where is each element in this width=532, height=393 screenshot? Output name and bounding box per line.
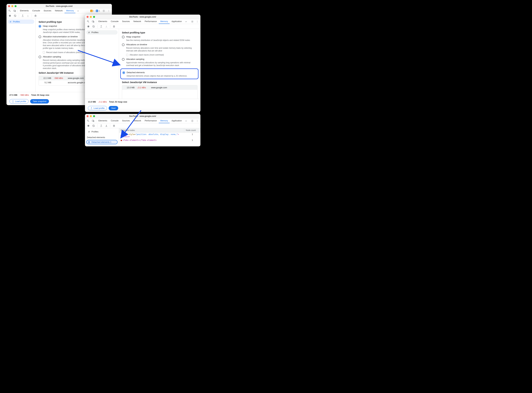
settings-icon[interactable] — [102, 10, 106, 12]
col-header-count[interactable]: Node count — [184, 128, 200, 133]
clear-icon[interactable] — [13, 14, 17, 18]
radio-icon[interactable] — [39, 56, 41, 58]
start-button[interactable]: Start — [109, 106, 118, 110]
tab-sources[interactable]: Sources — [121, 118, 131, 123]
gc-icon[interactable] — [34, 14, 37, 18]
profiles-item[interactable]: Profiles — [86, 30, 118, 34]
option-heap-snapshot[interactable]: Heap snapshot — [122, 35, 198, 38]
option-detached-elements[interactable]: Detached elements — [122, 71, 197, 74]
option-label: Allocation sampling — [43, 55, 61, 58]
tab-memory[interactable]: Memory — [64, 8, 75, 13]
memory-toolbar — [85, 123, 200, 128]
radio-icon[interactable] — [39, 35, 41, 38]
more-tabs-icon[interactable]: » — [76, 10, 80, 12]
info-badge-icon[interactable]: ▮ — [96, 10, 98, 12]
inspect-icon[interactable] — [86, 20, 91, 23]
svg-point-18 — [89, 32, 89, 32]
radio-icon[interactable] — [122, 44, 125, 46]
titlebar: DevTools - www.google.com/ — [85, 114, 200, 118]
take-snapshot-button[interactable]: Take snapshot — [30, 99, 49, 103]
download-icon[interactable] — [105, 124, 108, 128]
tab-application[interactable]: Application — [170, 19, 184, 24]
svg-rect-0 — [9, 10, 10, 11]
checkbox-icon[interactable] — [126, 54, 128, 56]
detached-elements-section: Detached elements — [85, 134, 119, 139]
tab-network[interactable]: Network — [132, 19, 143, 24]
vm-row[interactable]: 13.0 MB ↓3.1 kB/s www.google.com — [122, 85, 197, 90]
total-label: Total JS heap size — [31, 94, 49, 96]
radio-icon[interactable] — [122, 58, 125, 61]
allocation-stack-traces-checkbox[interactable]: Allocation stack traces (more overhead) — [126, 54, 198, 56]
radio-icon[interactable] — [122, 71, 125, 74]
profiling-type-title: Select profiling type — [122, 31, 198, 34]
upload-icon[interactable] — [21, 14, 24, 18]
record-icon[interactable] — [87, 124, 90, 128]
more-menu-icon[interactable]: ⋮ — [106, 10, 111, 12]
load-profile-button[interactable]: Load profile — [10, 99, 29, 103]
record-icon[interactable] — [8, 14, 12, 18]
vm-rate: ↓3.1 kB/s — [137, 86, 149, 89]
gc-icon[interactable] — [112, 124, 116, 128]
device-toggle-icon[interactable] — [91, 120, 95, 122]
clear-icon[interactable] — [92, 25, 95, 28]
more-menu-icon[interactable]: ⋮ — [195, 120, 199, 122]
settings-icon[interactable] — [190, 120, 195, 122]
tab-application[interactable]: Application — [170, 118, 184, 123]
detached-node-row[interactable]: ●<fake-element></fake-element> 1 — [119, 138, 200, 142]
tab-memory[interactable]: Memory — [159, 19, 169, 24]
inspect-icon[interactable] — [86, 120, 91, 122]
tab-elements[interactable]: Elements — [97, 19, 109, 24]
tab-sources[interactable]: Sources — [42, 8, 53, 13]
option-desc: See the memory distribution of JavaScrip… — [126, 39, 198, 42]
detached-node-row[interactable]: ●<div style="position: absolute; display… — [119, 133, 200, 138]
upload-icon[interactable] — [99, 124, 103, 128]
option-allocation-sampling[interactable]: Allocation sampling — [122, 58, 198, 61]
svg-rect-7 — [35, 15, 36, 17]
more-tabs-icon[interactable]: » — [184, 120, 188, 122]
tab-performance[interactable]: Performance — [143, 19, 158, 24]
tab-sources[interactable]: Sources — [121, 19, 131, 24]
tab-memory[interactable]: Memory — [159, 118, 169, 123]
vm-rate — [54, 81, 65, 84]
detached-elements-profile-item[interactable]: Detached elements 1 — [86, 140, 118, 144]
more-tabs-icon[interactable]: » — [184, 20, 188, 23]
tab-network[interactable]: Network — [132, 118, 143, 123]
vm-size: 5.2 MB — [41, 81, 51, 84]
device-toggle-icon[interactable] — [12, 10, 17, 12]
record-icon[interactable] — [87, 25, 90, 28]
warning-badge-icon[interactable]: ▲ — [90, 10, 92, 12]
vm-url: www.google.com — [151, 86, 167, 89]
svg-point-31 — [89, 142, 89, 142]
tab-network[interactable]: Network — [53, 8, 64, 13]
profiles-item[interactable]: Profiles — [8, 20, 34, 24]
gc-icon[interactable] — [112, 25, 116, 28]
profiles-label: Profiles — [92, 31, 98, 34]
profiles-item[interactable]: Profiles — [86, 129, 118, 134]
tab-console[interactable]: Console — [109, 19, 120, 24]
more-menu-icon[interactable]: ⋮ — [195, 20, 199, 23]
profiles-sidebar: Profiles Detached elements Detached elem… — [85, 128, 119, 146]
option-allocation-timeline[interactable]: Allocations on timeline — [122, 43, 198, 46]
checkbox-icon[interactable] — [43, 51, 45, 53]
devtools-window-3: DevTools - www.google.com/ Elements Cons… — [85, 114, 200, 146]
tab-performance[interactable]: Performance — [143, 118, 158, 123]
option-label: Allocation instrumentation on timeline — [43, 35, 78, 38]
col-header-nodes[interactable]: Detached nodes — [119, 128, 184, 133]
tab-elements[interactable]: Elements — [18, 8, 30, 13]
load-profile-button[interactable]: Load profile — [88, 106, 107, 110]
inspect-icon[interactable] — [7, 10, 12, 12]
tab-elements[interactable]: Elements — [97, 118, 109, 123]
svg-point-9 — [10, 22, 10, 22]
settings-icon[interactable] — [190, 20, 195, 23]
device-toggle-icon[interactable] — [91, 20, 95, 23]
profiles-label: Profiles — [13, 20, 20, 23]
window-title: DevTools - www.google.com/ — [6, 5, 112, 7]
tab-console[interactable]: Console — [31, 8, 42, 13]
clear-icon[interactable] — [92, 124, 95, 128]
svg-point-8 — [10, 21, 11, 21]
checkbox-label: Allocation stack traces (more overhead) — [130, 54, 164, 56]
upload-icon[interactable] — [99, 25, 103, 28]
radio-icon[interactable] — [39, 25, 41, 28]
tab-console[interactable]: Console — [109, 118, 120, 123]
radio-icon[interactable] — [122, 36, 125, 38]
